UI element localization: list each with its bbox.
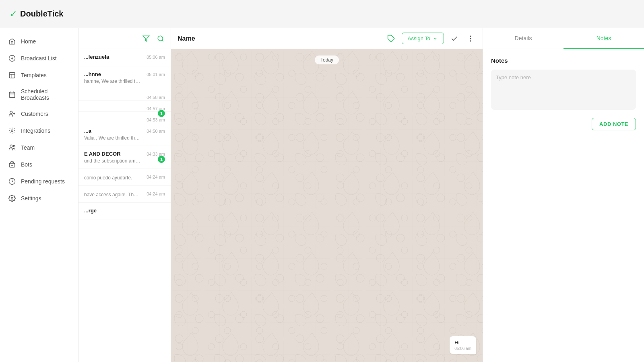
logo-icon: ✓ [10,9,17,19]
bots-icon [8,160,16,169]
chat-header: Name Assign To [171,28,483,49]
right-panel: Details Notes Notes ADD NOTE [483,28,644,362]
sidebar-item-team[interactable]: Team [0,139,78,156]
customers-icon [8,110,16,118]
sidebar-item-pending-label: Pending requests [21,178,65,185]
broadcast-icon [8,54,16,62]
sidebar: Home Broadcast List Templates Scheduled … [0,28,78,362]
logo-text: DoubleTick [20,9,63,19]
svg-rect-1 [9,92,15,98]
tag-icon-btn[interactable] [386,33,397,44]
sidebar-item-customers[interactable]: Customers [0,105,78,122]
chat-messages: Today Hi 05:06 am [171,49,483,362]
svg-point-2 [10,111,12,113]
team-icon [8,144,16,152]
add-note-button[interactable]: ADD NOTE [592,118,636,130]
sidebar-item-integrations[interactable]: Integrations [0,122,78,139]
calendar-icon [8,90,16,99]
sidebar-item-customers-label: Customers [21,111,48,117]
sidebar-item-scheduled-broadcasts[interactable]: Scheduled Broadcasts [0,84,78,105]
svg-point-3 [11,130,13,132]
settings-icon [8,194,16,202]
list-item[interactable]: 04:53 am 1 [78,112,171,123]
list-item[interactable]: ...hnne hamne, We are thrilled that y...… [78,66,171,89]
sidebar-item-broadcast-label: Broadcast List [21,55,57,62]
sidebar-item-templates[interactable]: Templates [0,67,78,84]
sidebar-item-bots[interactable]: Bots [0,156,78,173]
sidebar-item-team-label: Team [21,144,35,151]
chat-area: Name Assign To [171,28,483,362]
message-bubble: Hi 05:06 am [450,336,476,354]
tab-notes[interactable]: Notes [564,28,644,49]
svg-point-5 [13,145,15,147]
resolve-button[interactable] [449,33,460,44]
filter-button[interactable] [141,33,151,44]
conversation-panel: ...lenzuela 05:06 am ...hnne hamne, We a… [78,28,171,362]
sidebar-item-templates-label: Templates [21,72,47,78]
list-item[interactable]: ...a Valia , We are thrilled that you'..… [78,123,171,146]
message-text: Hi [454,339,471,346]
list-item[interactable]: ...lenzuela 05:06 am [78,49,171,66]
svg-rect-6 [9,163,15,167]
svg-point-8 [11,197,13,200]
sidebar-item-settings[interactable]: Settings [0,190,78,207]
sidebar-item-integrations-label: Integrations [21,128,50,134]
home-icon [8,37,16,45]
assign-to-button[interactable]: Assign To [402,33,444,44]
notes-textarea[interactable] [491,70,636,110]
unread-badge: 1 [158,156,165,163]
svg-point-13 [470,41,471,41]
sidebar-item-broadcast-list[interactable]: Broadcast List [0,50,78,67]
conv-panel-header [78,28,171,49]
chat-content: Today Hi 05:06 am [171,49,483,362]
svg-point-9 [158,36,163,41]
main-layout: Home Broadcast List Templates Scheduled … [0,28,644,362]
right-panel-content: Notes ADD NOTE [483,49,644,362]
list-item[interactable]: ...rge [78,203,171,220]
list-item[interactable]: 04:58 am [78,89,171,101]
sidebar-item-scheduled-label: Scheduled Broadcasts [21,88,70,101]
svg-point-4 [10,145,12,147]
date-badge: Today [315,56,339,64]
list-item[interactable]: have access again!. Thank you 04:24 am [78,186,171,203]
notes-title: Notes [491,57,636,64]
sidebar-item-bots-label: Bots [21,161,32,168]
right-panel-tabs: Details Notes [483,28,644,49]
logo-area: ✓ DoubleTick [10,9,63,19]
sidebar-item-pending-requests[interactable]: Pending requests [0,173,78,190]
list-item[interactable]: 04:57 am [78,101,171,112]
message-time: 05:06 am [454,346,471,351]
templates-icon [8,71,16,79]
sidebar-item-settings-label: Settings [21,195,41,202]
unread-badge: 1 [158,110,165,117]
conversation-list: ...lenzuela 05:06 am ...hnne hamne, We a… [78,49,171,362]
list-item[interactable]: E AND DECOR und the subscription amount … [78,146,171,169]
pending-icon [8,177,16,185]
svg-point-12 [470,38,471,39]
sidebar-item-home-label: Home [21,38,36,45]
sidebar-item-home[interactable]: Home [0,33,78,50]
svg-point-11 [470,36,471,37]
svg-rect-0 [9,72,15,78]
top-bar: ✓ DoubleTick [0,0,644,28]
list-item[interactable]: como puedo ayudarte. 04:24 am [78,169,171,186]
search-button[interactable] [155,33,166,44]
chat-contact-name: Name [178,35,381,42]
tab-details[interactable]: Details [483,28,564,49]
integrations-icon [8,127,16,135]
more-options-button[interactable] [465,33,476,44]
